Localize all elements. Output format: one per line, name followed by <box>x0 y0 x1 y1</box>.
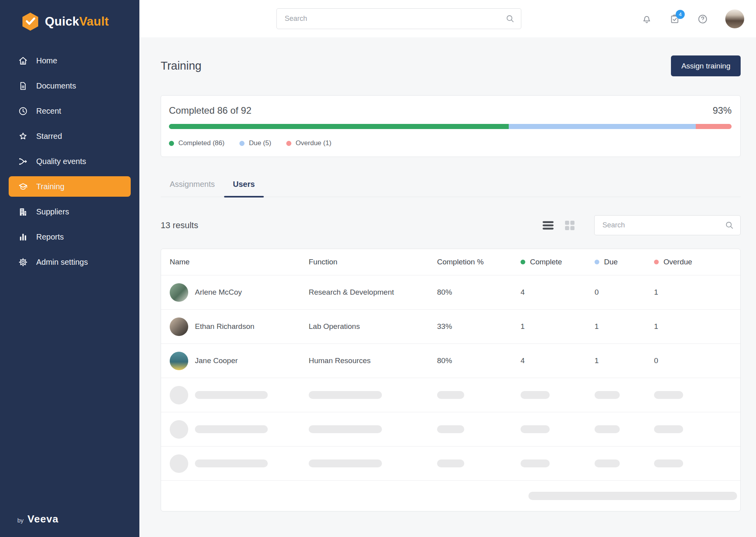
completion-percent: 80% <box>437 356 521 365</box>
column-header-complete: Complete <box>521 258 595 266</box>
sidebar-item-recent[interactable]: Recent <box>9 101 131 121</box>
user-name: Arlene McCoy <box>195 288 242 297</box>
sidebar-item-label: Starred <box>36 132 62 141</box>
results-count: 13 results <box>161 220 198 231</box>
table-header-row: Name Function Completion % Complete Due … <box>161 249 740 275</box>
assign-training-button[interactable]: Assign training <box>671 55 741 76</box>
skeleton-row <box>161 446 740 480</box>
grid-view-icon[interactable] <box>564 220 575 231</box>
skeleton-row <box>161 378 740 412</box>
building-icon <box>18 207 28 217</box>
legend-label: Completed (86) <box>178 139 224 147</box>
table-row[interactable]: Ethan Richardson Lab Operations 33% 1 1 … <box>161 309 740 343</box>
table-row[interactable]: Arlene McCoy Research & Development 80% … <box>161 275 740 309</box>
sidebar-item-training[interactable]: Training <box>9 176 131 197</box>
complete-count: 1 <box>521 322 595 331</box>
sidebar-item-admin-settings[interactable]: Admin settings <box>9 252 131 272</box>
page-title: Training <box>161 59 202 72</box>
global-search <box>276 8 521 29</box>
sidebar-item-label: Reports <box>36 233 64 242</box>
progress-title: Completed 86 of 92 <box>169 105 251 116</box>
progress-bar <box>169 124 732 129</box>
gear-icon <box>18 257 28 267</box>
table-row[interactable]: Jane Cooper Human Resources 80% 4 1 0 <box>161 343 740 378</box>
sidebar-item-starred[interactable]: Starred <box>9 126 131 146</box>
skeleton-pill <box>195 459 268 467</box>
legend-item-overdue: Overdue (1) <box>286 139 332 147</box>
due-dot-icon <box>239 141 245 146</box>
complete-count: 4 <box>521 356 595 365</box>
column-header-name: Name <box>170 258 309 266</box>
sidebar-item-label: Home <box>36 56 57 65</box>
user-function: Research & Development <box>309 288 437 297</box>
graduation-cap-icon <box>18 182 28 192</box>
due-count: 1 <box>595 356 654 365</box>
sidebar-item-label: Admin settings <box>36 258 88 267</box>
page-header: Training Assign training <box>161 55 741 76</box>
tasks-badge: 4 <box>676 10 685 19</box>
byline-by-text: by <box>17 517 24 524</box>
due-count: 1 <box>595 322 654 331</box>
due-count: 0 <box>595 288 654 297</box>
complete-dot-icon <box>521 260 525 264</box>
overdue-dot-icon <box>286 141 291 146</box>
skeleton-avatar <box>170 420 188 439</box>
user-avatar[interactable] <box>725 9 744 28</box>
user-name: Jane Cooper <box>195 356 238 365</box>
hexagon-check-icon <box>21 12 39 31</box>
results-toolbar: 13 results <box>161 215 741 235</box>
avatar <box>170 352 188 370</box>
avatar <box>170 283 188 302</box>
tasks-clipboard-icon[interactable]: 4 <box>669 14 680 24</box>
tab-users[interactable]: Users <box>224 180 264 197</box>
skeleton-pill <box>195 391 268 399</box>
content: Training Assign training Completed 86 of… <box>139 37 756 537</box>
sidebar-item-quality-events[interactable]: Quality events <box>9 151 131 172</box>
sidebar-item-suppliers[interactable]: Suppliers <box>9 201 131 222</box>
completion-percent: 80% <box>437 288 521 297</box>
completion-percent: 33% <box>437 322 521 331</box>
sidebar-item-label: Quality events <box>36 157 86 166</box>
quickvault-logo[interactable]: QuickVault <box>0 0 139 31</box>
tab-bar: Assignments Users <box>161 180 741 197</box>
tab-assignments[interactable]: Assignments <box>161 180 224 197</box>
list-view-icon[interactable] <box>542 220 554 231</box>
progress-legend: Completed (86) Due (5) Overdue (1) <box>169 139 732 147</box>
column-header-due: Due <box>595 258 654 266</box>
sidebar: QuickVault Home Documents Recent Starred <box>0 0 139 537</box>
sidebar-item-documents[interactable]: Documents <box>9 76 131 96</box>
view-toggles <box>542 220 575 231</box>
sidebar-item-home[interactable]: Home <box>9 50 131 71</box>
user-name: Ethan Richardson <box>195 322 254 331</box>
progress-segment-overdue <box>696 124 732 129</box>
search-icon <box>505 14 515 24</box>
sidebar-item-label: Documents <box>36 81 76 90</box>
complete-count: 4 <box>521 288 595 297</box>
home-icon <box>18 56 28 66</box>
due-dot-icon <box>595 260 599 264</box>
pagination-skeleton-pill <box>528 492 737 500</box>
overdue-count: 1 <box>654 288 740 297</box>
column-header-label: Due <box>604 258 618 266</box>
sidebar-item-reports[interactable]: Reports <box>9 227 131 247</box>
table-search-input[interactable] <box>594 215 741 235</box>
progress-segment-due <box>509 124 695 129</box>
legend-item-completed: Completed (86) <box>169 139 224 147</box>
skeleton-pill <box>195 425 268 433</box>
column-header-label: Complete <box>530 258 562 266</box>
notifications-bell-icon[interactable] <box>641 14 652 24</box>
legend-item-due: Due (5) <box>239 139 271 147</box>
global-search-input[interactable] <box>276 8 521 29</box>
avatar <box>170 317 188 336</box>
user-function: Lab Operations <box>309 322 437 331</box>
progress-percent: 93% <box>713 105 732 116</box>
sidebar-item-label: Training <box>36 182 65 191</box>
veeva-byline: by Veeva <box>17 513 59 525</box>
sidebar-item-label: Suppliers <box>36 207 69 216</box>
skeleton-avatar <box>170 454 188 473</box>
document-icon <box>18 81 28 91</box>
skeleton-row <box>161 412 740 446</box>
help-icon[interactable] <box>697 14 708 24</box>
column-header-completion: Completion % <box>437 258 521 266</box>
bar-chart-icon <box>18 232 28 242</box>
